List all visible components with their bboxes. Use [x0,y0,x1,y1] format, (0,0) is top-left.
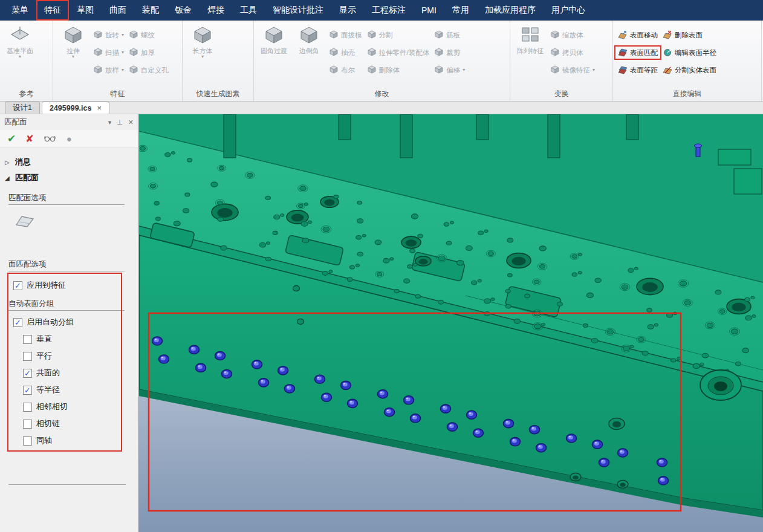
menu-item-load-apps[interactable]: 加载应用程序 [477,0,544,21]
checkbox-row-apply-to-feature[interactable]: ✓应用到特征 [13,277,138,294]
ribbon-item-face-split[interactable]: 分割实体表面 [660,64,719,76]
menu-item-assembly[interactable]: 装配 [134,0,167,21]
checkbox-coaxial[interactable] [23,436,32,446]
ribbon-item-box[interactable]: 长方体▾ [185,22,220,59]
tree-item-message[interactable]: ▷ 消息 [5,154,138,170]
checkbox-row-coaxial[interactable]: 同轴 [23,432,138,449]
cancel-button[interactable]: ✘ [25,133,33,144]
checkbox-adjacent-tangent[interactable] [23,403,32,412]
ribbon-item-thicken[interactable]: 加厚 [126,47,171,59]
checkbox-apply-to-feature[interactable]: ✓ [13,281,22,290]
menu-item-feature[interactable]: 特征 [36,0,69,21]
menu-item-engineering-annotation[interactable]: 工程标注 [364,0,414,21]
checkbox-label-adjacent-tangent: 相邻相切 [36,401,68,412]
pin-icon[interactable]: ⊥ [117,118,123,126]
checkbox-parallel[interactable] [23,352,32,361]
apply-to-feature-row: ✓应用到特征 [0,277,138,294]
checkbox-equal-radius[interactable]: ✓ [23,386,32,395]
checkbox-row-coplanar[interactable]: ✓共面的 [23,365,138,381]
ribbon-item-draft[interactable]: 面拔模 [326,29,365,41]
ribbon-item-datum-plane[interactable]: 基准平面▾ [2,22,37,59]
ribbon-item-face-move[interactable]: 表面移动 [615,29,660,41]
ribbon-item-mirror-feature[interactable]: 镜像特征▾ [548,64,597,76]
chevron-down-icon[interactable]: ▾ [122,50,124,55]
ribbon-item-chamfer[interactable]: 边倒角 [291,22,326,54]
ribbon-item-scale-body[interactable]: 缩放体 [548,29,597,41]
checkbox-row-tangent-chain[interactable]: 相切链 [23,415,138,432]
ribbon-item-boolean[interactable]: 布尔 [326,64,365,76]
ribbon-item-delete-body[interactable]: 删除体 [365,64,432,76]
checkbox-row-parallel[interactable]: 平行 [23,348,138,365]
document-tab-2495999-ics[interactable]: 2495999.ics× [42,102,109,114]
preview-glasses-icon[interactable] [44,134,57,144]
checkbox-row-enable-auto-group[interactable]: ✓启用自动分组 [13,314,138,331]
checkbox-row-adjacent-tangent[interactable]: 相邻相切 [23,398,138,415]
ribbon-item-shell[interactable]: 抽壳 [326,47,365,59]
draft-icon [329,30,339,41]
checkbox-tangent-chain[interactable] [23,420,32,429]
chevron-down-icon[interactable]: ▾ [108,118,112,126]
chevron-down-icon[interactable]: ▾ [19,54,21,59]
model-render[interactable] [139,114,763,532]
menu-item-surface[interactable]: 曲面 [102,0,134,21]
ribbon-item-revolve[interactable]: 旋转▾ [91,29,126,41]
ribbon-item-face-delete[interactable]: 删除表面 [660,29,719,41]
ribbon-item-label: 分割 [379,31,393,40]
chevron-down-icon[interactable]: ▾ [122,33,124,37]
panel-title: 匹配面 [4,117,27,128]
face-split-icon [663,65,672,76]
tree-expanded-arrow-icon[interactable]: ◢ [5,175,11,181]
ribbon-item-extrude[interactable]: 拉伸▾ [56,22,91,59]
menu-item-user-center[interactable]: 用户中心 [544,0,593,21]
tree-item-match-face[interactable]: ◢ 匹配面 [5,170,138,186]
chevron-down-icon[interactable]: ▾ [72,54,74,59]
menu-item-sheet-metal[interactable]: 钣金 [167,0,200,21]
checkbox-enable-auto-group[interactable]: ✓ [13,318,22,327]
ribbon-item-rib[interactable]: 筋板 [432,29,467,41]
document-tab-design1[interactable]: 设计1 [5,102,40,114]
ribbon-item-label: 偏移 [446,66,460,75]
menu-item-pmi[interactable]: PMI [414,0,444,21]
menu-item-smart-design-annotation[interactable]: 智能设计批注 [265,0,331,21]
panel-titlebar: 匹配面 ▾ ⊥ ✕ [0,114,138,130]
menu-item-common[interactable]: 常用 [444,0,477,21]
checkbox-coplanar[interactable]: ✓ [23,369,32,378]
ribbon-item-stretch-part-assembly[interactable]: 拉伸零件/装配体 [365,47,432,59]
ribbon-item-label: 表面等距 [630,66,658,75]
ribbon-item-thread[interactable]: 螺纹 [126,29,171,41]
menu-item-weld[interactable]: 焊接 [200,0,232,21]
tree-collapsed-arrow-icon[interactable]: ▷ [5,159,11,166]
tab-close-icon[interactable]: × [97,103,102,112]
chevron-down-icon[interactable]: ▾ [122,68,124,73]
options-dot-icon[interactable]: ● [67,134,72,144]
ribbon-item-custom-hole[interactable]: 自定义孔 [126,64,171,76]
ribbon-item-sweep[interactable]: 扫描▾ [91,47,126,59]
close-icon[interactable]: ✕ [128,118,134,126]
menu-item-sketch[interactable]: 草图 [69,0,102,21]
ribbon-item-offset[interactable]: 偏移▾ [432,64,467,76]
revolve-icon [93,30,103,41]
ribbon-item-face-radius-edit[interactable]: 编辑表面半径 [660,47,719,59]
checkbox-row-equal-radius[interactable]: ✓等半径 [23,381,138,398]
chevron-down-icon[interactable]: ▾ [463,68,465,73]
menu-item-tools[interactable]: 工具 [232,0,265,21]
ribbon-item-copy-body[interactable]: 拷贝体 [548,47,597,59]
face-pick-box[interactable] [15,212,41,230]
checkbox-row-vertical[interactable]: 垂直 [23,331,138,348]
ribbon-item-fillet[interactable]: 圆角过渡 [256,22,291,54]
ribbon-item-split[interactable]: 分割 [365,29,432,41]
document-tabbar: 设计12495999.ics× [0,102,763,114]
ok-button[interactable]: ✔ [7,132,16,145]
chevron-down-icon[interactable]: ▾ [201,54,204,59]
ribbon-item-loft[interactable]: 放样▾ [91,64,126,76]
chevron-down-icon[interactable]: ▾ [593,68,595,73]
ribbon-item-trim[interactable]: 裁剪 [432,47,467,59]
menu-item-display[interactable]: 显示 [331,0,364,21]
pattern-feature-icon [520,25,541,46]
ribbon-item-face-match[interactable]: 表面匹配 [615,47,660,59]
viewport-3d[interactable] [139,114,763,532]
ribbon-item-pattern-feature[interactable]: 阵列特征 [513,22,548,54]
checkbox-vertical[interactable] [23,335,32,344]
menu-item-menu[interactable]: 菜单 [4,0,36,21]
ribbon-item-face-equidistant[interactable]: 表面等距 [615,64,660,76]
